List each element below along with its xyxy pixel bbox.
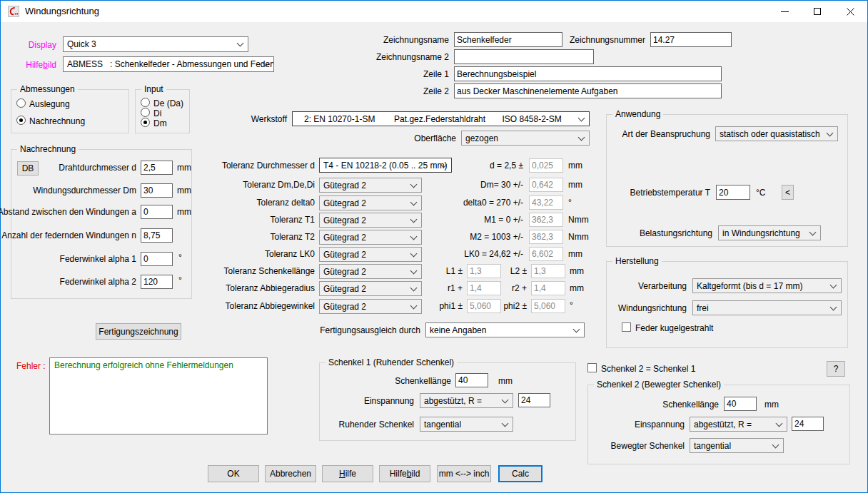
radio-nachrechnung[interactable] [16,116,26,125]
abstand-label: Abstand zwischen den Windungen a [0,207,136,217]
kugelgestrahlt-checkbox[interactable] [622,322,631,332]
radio-de-da[interactable] [141,98,150,107]
fertigungszeichnung-button[interactable]: Fertigungszeichnung [96,323,181,340]
schenkel2-radius-input[interactable] [792,417,824,431]
betriebstemperatur-input[interactable] [716,185,750,200]
l-unit: mm [570,266,584,276]
minimize-button[interactable] [768,1,801,21]
radio-de-da-label[interactable]: De (Da) [153,98,183,108]
hilfebild-dropdown[interactable]: ABMESS : Schenkelfeder - Abmessungen und… [63,56,274,72]
toleranz-dm-dropdown[interactable]: Gütegrad 2 [319,178,422,193]
toleranz-lk0-dropdown[interactable]: Gütegrad 2 [319,247,422,262]
fertigungsausgleich-dropdown[interactable]: keine Angaben [425,322,585,337]
toleranz-durchmesser-dropdown[interactable]: T4 - EN 10218-2 (0.05 .. 25 mm) [319,158,452,173]
ok-button[interactable]: OK [208,465,259,482]
zeile2-input[interactable] [454,83,722,98]
lk0-tol-unit: mm [568,249,582,259]
temperature-history-button[interactable]: < [782,185,794,200]
hilfe-button[interactable]: Hilfe [322,465,373,482]
l1-value [467,264,501,278]
m1-tol-unit: Nmm [568,215,589,225]
phi-unit: ° [570,300,573,310]
d-tol-unit: mm [568,161,582,171]
l2-label: L2 ± [510,266,527,276]
toleranz-abbiegeradius-dropdown[interactable]: Gütegrad 2 [319,281,422,296]
phi2-value [531,299,565,313]
display-dropdown[interactable]: Quick 3 [63,36,248,52]
toleranz-schenkellaenge-label: Toleranz Schenkellänge [224,266,315,276]
chevron-down-icon [810,230,815,235]
close-button[interactable] [834,1,867,21]
schenkel1-laenge-unit: mm [498,376,513,386]
zeichnungsname2-label: Zeichnungsname 2 [376,52,449,62]
zeichnungsname-label: Zeichnungsname [383,35,449,45]
radio-auslegung[interactable] [16,98,26,108]
hilfebild-button[interactable]: Hilfebild [379,465,430,482]
zeichnungsnummer-label: Zeichnungsnummer [570,35,645,45]
schenkel2-einspannung-dropdown[interactable]: abgestützt, R = [690,417,787,432]
beanspruchung-dropdown[interactable]: statisch oder quasistatisch [715,126,838,141]
db-button[interactable]: DB [17,161,39,176]
schenkel1-group-title: Schenkel 1 (Ruhender Schenkel) [326,357,457,367]
schenkel1-einspannung-dropdown[interactable]: abgestützt, R = [420,393,513,408]
radio-dm-label[interactable]: Dm [153,118,167,128]
radio-dm[interactable] [141,118,150,127]
toleranz-t1-dropdown[interactable]: Gütegrad 2 [319,213,422,228]
chevron-down-icon [579,135,584,140]
toleranz-schenkellaenge-dropdown[interactable]: Gütegrad 2 [319,264,422,279]
werkstoff-dropdown[interactable]: 2: EN 10270-1-SM Pat.gez.Federstahldraht… [292,111,590,126]
windungsrichtung-label: Windungsrichtung [618,303,687,313]
federwinkel2-input[interactable] [141,275,173,289]
help-question-button[interactable]: ? [827,361,845,377]
radio-di-label[interactable]: Di [153,108,161,118]
display-label: Display [29,40,56,50]
toleranz-abbiegewinkel-dropdown[interactable]: Gütegrad 2 [319,299,422,314]
maximize-icon [814,8,821,15]
r2-value [531,281,565,295]
anwendung-group-title: Anwendung [612,109,663,119]
chevron-down-icon [411,200,416,205]
schenkel2-copy-checkbox[interactable] [587,363,597,372]
schenkel1-ruhend-dropdown[interactable]: tangential [420,417,513,432]
schenkel1-radius-input[interactable] [518,393,550,407]
radio-di[interactable] [141,108,150,117]
belastungsrichtung-dropdown[interactable]: in Windungsrichtung [718,225,821,240]
windungsdurchmesser-input[interactable] [141,183,173,198]
zeichnungsname-input[interactable] [454,32,562,47]
zeichnungsname2-input[interactable] [454,49,594,64]
oberflaeche-dropdown[interactable]: gezogen [461,131,590,146]
anzahl-windungen-input[interactable] [141,228,173,243]
phi1-value [467,299,501,313]
schenkel2-copy-label[interactable]: Schenkel 2 = Schenkel 1 [601,364,695,374]
toleranz-t1-label: Toleranz T1 [271,215,315,225]
kugelgestrahlt-label[interactable]: Feder kugelgestrahlt [635,323,713,333]
toleranz-delta0-dropdown[interactable]: Gütegrad 2 [319,195,422,210]
drahtdurchmesser-input[interactable] [141,161,173,175]
radio-auslegung-label[interactable]: Auslegung [29,99,70,109]
schenkel2-laenge-input[interactable] [724,397,757,411]
windungsrichtung-dropdown[interactable]: frei [692,300,842,315]
chevron-down-icon [411,217,416,222]
chevron-down-icon [411,251,416,256]
verarbeitung-dropdown[interactable]: Kaltgeformt (bis d = 17 mm) [692,278,842,293]
phi2-label: phi2 ± [503,301,527,311]
zeichnungsnummer-input[interactable] [650,32,732,47]
schenkel1-laenge-input[interactable] [455,373,488,387]
werkstoff-label: Werkstoff [251,114,287,124]
zeile1-input[interactable] [454,66,722,81]
abbrechen-button[interactable]: Abbrechen [265,465,316,482]
abstand-input[interactable] [141,205,173,219]
radio-nachrechnung-label[interactable]: Nachrechnung [29,116,85,126]
calc-button[interactable]: Calc [498,465,542,482]
r-unit: mm [570,283,584,293]
toleranz-t2-dropdown[interactable]: Gütegrad 2 [319,230,422,245]
fertigungsausgleich-label: Fertigungsausgleich durch [320,325,420,335]
schenkel1-einspannung-label: Einspannung [364,396,414,406]
federwinkel1-input[interactable] [141,252,173,266]
r1-value [467,281,501,295]
schenkel2-bewegt-dropdown[interactable]: tangential [690,438,784,453]
title-bar: Windungsrichtung [1,1,867,22]
r1-label: r1 + [448,283,463,293]
maximize-button[interactable] [801,1,834,21]
mm-inch-button[interactable]: mm <--> inch [437,465,491,482]
